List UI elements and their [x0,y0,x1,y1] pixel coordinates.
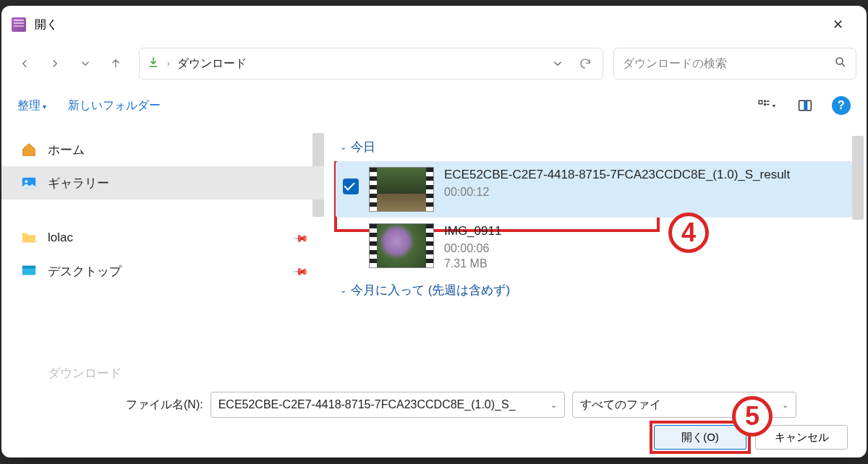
back-button[interactable] [12,51,38,77]
content-scrollbar[interactable] [852,136,864,220]
file-item[interactable]: IMG_0911 00:00:06 7.31 MB [336,218,852,276]
video-thumbnail [369,223,434,268]
video-thumbnail [369,167,434,212]
pin-icon: 📌 [292,229,309,246]
up-button[interactable] [103,51,129,77]
sidebar-item-lolac[interactable]: lolac 📌 [1,221,324,254]
forward-button[interactable] [42,51,68,77]
checkbox-checked[interactable] [343,179,359,194]
svg-rect-1 [759,100,762,104]
file-name: ECE52CBE-C2E7-4418-8715-7FCA23CCDC8E_(1.… [444,167,845,184]
annotation-circle-4: 4 [668,212,709,253]
file-duration: 00:00:12 [444,186,845,199]
breadcrumb-sep: › [167,59,170,69]
download-icon [147,56,160,72]
address-bar[interactable]: › ダウンロード [139,48,603,80]
svg-rect-2 [764,100,765,102]
svg-rect-3 [764,104,765,106]
dialog-body: ホーム ギャラリー lolac 📌 デスクトップ 📌 ダウンロード ⌄今日 [1,127,867,382]
home-icon [20,141,38,158]
help-button[interactable]: ? [832,96,851,115]
filename-combo[interactable]: ECE52CBE-C2E7-4418-8715-7FCA23CCDC8E_(1.… [210,392,565,418]
chevron-down-icon: ⌄ [340,285,346,295]
file-duration: 00:00:06 [444,242,845,255]
file-item-selected[interactable]: ECE52CBE-C2E7-4418-8715-7FCA23CCDC8E_(1.… [336,161,852,218]
svg-point-0 [836,58,843,64]
search-icon [834,56,847,72]
open-dialog: 開く ✕ › ダウンロード 整理 新しいフォルダー ? [1,6,867,457]
open-button[interactable]: 開く(O) [654,425,746,450]
window-title: 開く [35,17,58,33]
file-list: ⌄今日 ECE52CBE-C2E7-4418-8715-7FCA23CCDC8E… [324,127,867,382]
sidebar-label: デスクトップ [48,263,122,280]
titlebar: 開く ✕ [1,6,867,43]
desktop-icon [20,262,38,280]
svg-rect-8 [22,266,35,269]
sidebar-label: ホーム [48,142,85,158]
sidebar-label: lolac [48,231,73,245]
sidebar: ホーム ギャラリー lolac 📌 デスクトップ 📌 ダウンロード [1,127,324,382]
group-today[interactable]: ⌄今日 [340,139,852,155]
folder-icon [20,229,38,246]
sidebar-item-downloads-cut[interactable]: ダウンロード [48,365,122,382]
pin-icon: 📌 [292,262,309,279]
close-button[interactable]: ✕ [819,6,856,43]
file-name: IMG_0911 [444,223,845,240]
preview-pane-button[interactable] [793,93,817,118]
filename-label: ファイル名(N): [126,398,203,413]
view-mode-button[interactable] [754,93,778,118]
sidebar-item-desktop[interactable]: デスクトップ 📌 [1,254,324,288]
address-dropdown[interactable] [548,51,568,77]
file-size: 7.31 MB [444,257,845,270]
gallery-icon [20,174,38,192]
breadcrumb-current[interactable]: ダウンロード [177,56,247,72]
search-box[interactable] [613,48,856,80]
sidebar-item-gallery[interactable]: ギャラリー [1,166,324,199]
svg-point-6 [25,180,28,183]
group-this-month[interactable]: ⌄今月に入って (先週は含めず) [340,282,852,298]
toolbar: 整理 新しいフォルダー ? [1,84,867,127]
app-icon [12,17,26,32]
sidebar-label: ギャラリー [48,175,109,192]
sidebar-item-home[interactable]: ホーム [1,133,324,166]
search-input[interactable] [623,57,834,70]
chevron-down-icon: ⌄ [550,400,557,410]
annotation-circle-5: 5 [732,396,773,437]
filename-value: ECE52CBE-C2E7-4418-8715-7FCA23CCDC8E_(1.… [218,398,546,411]
new-folder-button[interactable]: 新しいフォルダー [68,98,161,113]
nav-row: › ダウンロード [1,43,867,84]
refresh-button[interactable] [575,51,595,77]
recent-dropdown[interactable] [72,51,98,77]
cancel-button[interactable]: キャンセル [755,425,848,450]
organize-menu[interactable]: 整理 [17,98,46,113]
chevron-down-icon: ⌄ [782,400,788,410]
chevron-down-icon: ⌄ [340,142,346,152]
